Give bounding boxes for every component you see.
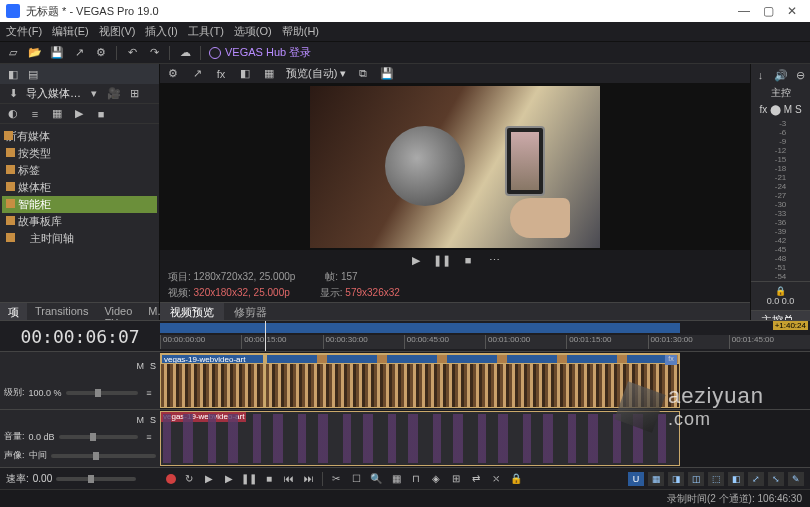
left-icon-2[interactable]: ▤ bbox=[26, 67, 40, 81]
play-icon[interactable]: ▶ bbox=[222, 472, 236, 486]
ruler-tick[interactable]: 00:00:30:00 bbox=[323, 335, 404, 349]
edit-tool-2[interactable]: ◨ bbox=[668, 472, 684, 486]
timeline-ruler[interactable]: 00:00:00:0000:00:15:0000:00:30:0000:00:4… bbox=[160, 321, 810, 351]
loop-region[interactable] bbox=[160, 323, 810, 333]
scan-icon[interactable]: ⊞ bbox=[127, 87, 141, 101]
tree-all-media[interactable]: 所有媒体 bbox=[2, 128, 157, 145]
preview-copy-icon[interactable]: ⧉ bbox=[356, 67, 370, 81]
track2-vol-slider[interactable] bbox=[59, 435, 138, 439]
preview-pause-icon[interactable]: ❚❚ bbox=[435, 253, 449, 267]
ruler-tick[interactable]: 00:01:45:00 bbox=[729, 335, 810, 349]
preview-quality-dropdown[interactable]: 预览(自动) ▾ bbox=[286, 66, 346, 81]
minimize-button[interactable]: — bbox=[732, 4, 756, 18]
preview-more-icon[interactable]: ⋯ bbox=[487, 253, 501, 267]
tree-media-bins[interactable]: 媒体柜 bbox=[2, 179, 157, 196]
edit-tool-0[interactable]: U bbox=[628, 472, 644, 486]
ruler-tick[interactable]: 00:00:00:00 bbox=[160, 335, 241, 349]
selection-icon[interactable]: ☐ bbox=[349, 472, 363, 486]
upload-icon[interactable]: ☁ bbox=[178, 46, 192, 60]
pause-icon[interactable]: ❚❚ bbox=[242, 472, 256, 486]
tab-video-fx[interactable]: Video FX bbox=[96, 303, 140, 320]
audio-clip[interactable]: vegas-19-webvideo-art bbox=[160, 411, 680, 466]
video-clip-main[interactable]: fx bbox=[265, 353, 680, 408]
rate-slider[interactable] bbox=[56, 477, 136, 481]
menu-view[interactable]: 视图(V) bbox=[99, 24, 136, 39]
left-tool-1[interactable]: ◐ bbox=[6, 107, 20, 121]
video-clip-thumb[interactable]: vegas-19-webvideo-art bbox=[160, 353, 265, 408]
menu-file[interactable]: 文件(F) bbox=[6, 24, 42, 39]
track2-solo[interactable]: S bbox=[150, 415, 156, 425]
master-insert-icon[interactable]: ↓ bbox=[754, 68, 768, 82]
menu-options[interactable]: 选项(O) bbox=[234, 24, 272, 39]
maximize-button[interactable]: ▢ bbox=[756, 4, 780, 18]
left-stop-icon[interactable]: ■ bbox=[94, 107, 108, 121]
go-start-icon[interactable]: ⏮ bbox=[282, 472, 296, 486]
track2-pan-slider[interactable] bbox=[51, 454, 156, 458]
tab-transitions[interactable]: Transitions bbox=[27, 303, 96, 320]
clip-fx-badge[interactable]: fx bbox=[665, 355, 677, 365]
track1-fx-icon[interactable]: ≡ bbox=[142, 386, 156, 400]
snap-icon[interactable]: ⊓ bbox=[409, 472, 423, 486]
track1-solo[interactable]: S bbox=[150, 361, 156, 371]
edit-tool-8[interactable]: ✎ bbox=[788, 472, 804, 486]
timecode-display[interactable]: 00:00:06:07 bbox=[0, 321, 160, 351]
track2-fx-icon[interactable]: ≡ bbox=[142, 430, 156, 444]
cut-tool-icon[interactable]: ✂ bbox=[329, 472, 343, 486]
ruler-tick[interactable]: 00:01:00:00 bbox=[485, 335, 566, 349]
tab-trimmer[interactable]: 修剪器 bbox=[224, 303, 277, 320]
loop-icon[interactable]: ↻ bbox=[182, 472, 196, 486]
render-icon[interactable]: ↗ bbox=[72, 46, 86, 60]
preview-save-icon[interactable]: 💾 bbox=[380, 67, 394, 81]
left-tool-2[interactable]: ≡ bbox=[28, 107, 42, 121]
preview-ext-icon[interactable]: ↗ bbox=[190, 67, 204, 81]
tree-storyboard[interactable]: 故事板库 bbox=[2, 213, 157, 230]
record-button[interactable] bbox=[166, 474, 176, 484]
preview-stop-icon[interactable]: ■ bbox=[461, 253, 475, 267]
video-track-header[interactable]: MS 级别:100.0 %≡ bbox=[0, 351, 160, 409]
edit-tool-5[interactable]: ◧ bbox=[728, 472, 744, 486]
left-play-icon[interactable]: ▶ bbox=[72, 107, 86, 121]
tab-video-preview[interactable]: 视频预览 bbox=[160, 303, 224, 320]
tree-by-type[interactable]: 按类型 bbox=[2, 145, 157, 162]
preview-overlay-icon[interactable]: ▦ bbox=[262, 67, 276, 81]
track-content-area[interactable]: vegas-19-webvideo-art fx vegas-19-webvid… bbox=[160, 351, 810, 467]
master-dim-icon[interactable]: ⊖ bbox=[794, 68, 808, 82]
import-media-button[interactable]: 导入媒体… bbox=[26, 86, 81, 101]
marker-icon[interactable]: ◈ bbox=[429, 472, 443, 486]
play-start-icon[interactable]: ▶ bbox=[202, 472, 216, 486]
save-icon[interactable]: 💾 bbox=[50, 46, 64, 60]
preview-split-icon[interactable]: ◧ bbox=[238, 67, 252, 81]
crossfade-icon[interactable]: ⤬ bbox=[489, 472, 503, 486]
stop-icon[interactable]: ■ bbox=[262, 472, 276, 486]
import-icon[interactable]: ⬇ bbox=[6, 87, 20, 101]
edit-tool-4[interactable]: ⬚ bbox=[708, 472, 724, 486]
preview-play-icon[interactable]: ▶ bbox=[409, 253, 423, 267]
zoom-icon[interactable]: 🔍 bbox=[369, 472, 383, 486]
master-meter[interactable]: -3-6-9-12-15-18-21-24-27-30-33-36-39-42-… bbox=[751, 119, 810, 281]
lock-icon[interactable]: 🔒 bbox=[509, 472, 523, 486]
ruler-tick[interactable]: 00:00:45:00 bbox=[404, 335, 485, 349]
record-icon[interactable]: 🎥 bbox=[107, 87, 121, 101]
open-icon[interactable]: 📂 bbox=[28, 46, 42, 60]
new-project-icon[interactable]: ▱ bbox=[6, 46, 20, 60]
audio-track-header[interactable]: MS 音量:0.0 dB≡ 声像:中间 bbox=[0, 409, 160, 467]
tree-smart-bins[interactable]: 智能柜 bbox=[2, 196, 157, 213]
properties-icon[interactable]: ⚙ bbox=[94, 46, 108, 60]
autosave-icon[interactable]: ⊞ bbox=[449, 472, 463, 486]
undo-icon[interactable]: ↶ bbox=[125, 46, 139, 60]
preview-viewport[interactable] bbox=[160, 84, 750, 250]
tree-tags[interactable]: 标签 bbox=[2, 162, 157, 179]
menu-edit[interactable]: 编辑(E) bbox=[52, 24, 89, 39]
track1-mute[interactable]: M bbox=[136, 361, 144, 371]
redo-icon[interactable]: ↷ bbox=[147, 46, 161, 60]
left-tool-3[interactable]: ▦ bbox=[50, 107, 64, 121]
preview-fx-icon[interactable]: fx bbox=[214, 67, 228, 81]
edit-tool-6[interactable]: ⤢ bbox=[748, 472, 764, 486]
preview-settings-icon[interactable]: ⚙ bbox=[166, 67, 180, 81]
vegas-hub-button[interactable]: VEGAS Hub 登录 bbox=[209, 45, 311, 60]
ruler-tick[interactable]: 00:00:15:00 bbox=[241, 335, 322, 349]
master-volume-icon[interactable]: 🔊 bbox=[774, 68, 788, 82]
capture-icon[interactable]: ▾ bbox=[87, 87, 101, 101]
edit-tool-7[interactable]: ⤡ bbox=[768, 472, 784, 486]
menu-insert[interactable]: 插入(I) bbox=[145, 24, 177, 39]
